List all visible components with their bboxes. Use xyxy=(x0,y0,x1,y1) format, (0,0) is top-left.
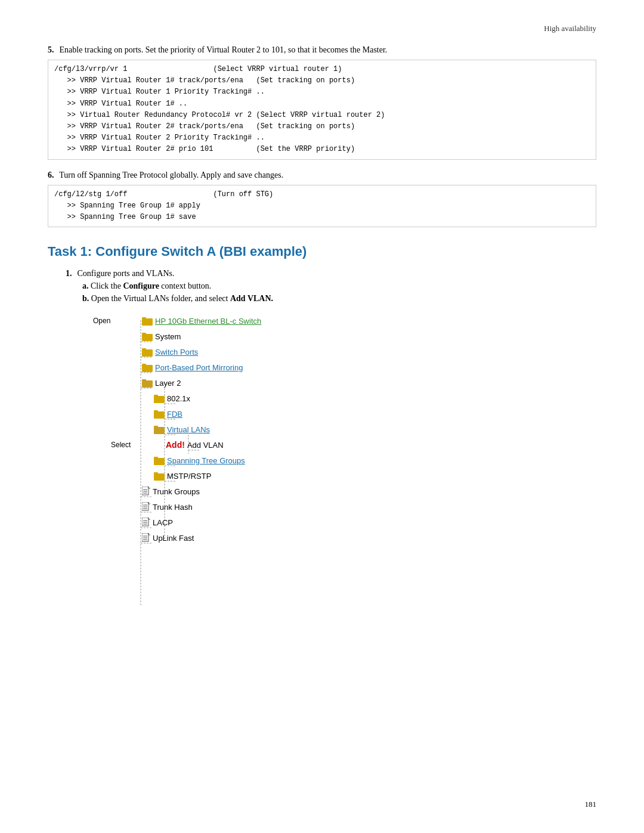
step-5-num: 5. xyxy=(48,45,57,55)
tree-add-vlan: Select Add! Add VLAN xyxy=(166,437,596,453)
svg-rect-36 xyxy=(154,472,158,475)
lacp-label: LACP xyxy=(153,518,173,527)
substep-a: a. Click the Configure context button. xyxy=(82,281,596,291)
svg-rect-20 xyxy=(142,333,146,335)
svg-rect-37 xyxy=(142,487,148,495)
step-6: 6. Turn off Spanning Tree Protocol globa… xyxy=(48,171,596,228)
svg-rect-41 xyxy=(142,502,148,510)
tree-fdb: FDB xyxy=(154,406,596,422)
header-right: High availability xyxy=(48,24,596,33)
tree-port-mirroring: Port-Based Port Mirroring xyxy=(142,360,596,375)
trunk-groups-label: Trunk Groups xyxy=(153,487,200,496)
svg-rect-32 xyxy=(154,426,158,428)
add-icon: Add! xyxy=(166,440,185,450)
step-5-code: /cfg/l3/vrrp/vr 1 (Select VRRP virtual r… xyxy=(48,60,596,160)
task1-heading: Task 1: Configure Switch A (BBI example) xyxy=(48,244,596,259)
step-5: 5. Enable tracking on ports. Set the pri… xyxy=(48,45,596,160)
substep-a-text-after: context button. xyxy=(161,281,211,290)
spanning-tree-label[interactable]: Spanning Tree Groups xyxy=(167,456,245,465)
root-folder-icon xyxy=(142,316,155,326)
task1-step1-text: 1. Configure ports and VLANs. xyxy=(66,269,596,278)
substep-b: b. Open the Virtual LANs folder, and sel… xyxy=(82,294,596,304)
port-mirroring-label[interactable]: Port-Based Port Mirroring xyxy=(155,363,243,372)
svg-rect-45 xyxy=(142,518,148,526)
tree-switch-ports: Switch Ports xyxy=(142,344,596,360)
step1-content: Configure ports and VLANs. xyxy=(78,269,175,278)
step-6-content: Turn off Spanning Tree Protocol globally… xyxy=(59,171,283,179)
step-6-num: 6. xyxy=(48,171,57,180)
substep-a-label: a. xyxy=(82,281,89,290)
tree-trunk-hash: Trunk Hash xyxy=(142,499,596,515)
step-6-text: 6. Turn off Spanning Tree Protocol globa… xyxy=(48,171,596,180)
svg-rect-30 xyxy=(154,410,158,413)
tree-content: Open HP 10Gb Ethernet BL-c Switch System xyxy=(130,313,596,546)
switch-ports-label[interactable]: Switch Ports xyxy=(155,348,198,357)
svg-rect-24 xyxy=(142,364,146,366)
trunk-hash-label: Trunk Hash xyxy=(153,503,193,512)
tree-8021x: 802.1x xyxy=(154,391,596,406)
tree-trunk-groups: Trunk Groups xyxy=(142,484,596,499)
svg-rect-28 xyxy=(154,395,158,397)
tree-virtual-lans: Virtual LANs xyxy=(154,422,596,437)
tree-root-row: Open HP 10Gb Ethernet BL-c Switch xyxy=(130,313,596,329)
substep-b-text-before: Open the Virtual LANs folder, and select xyxy=(91,294,230,303)
svg-rect-49 xyxy=(142,533,148,541)
tree-lacp: LACP xyxy=(142,515,596,530)
tree-uplink-fast: UpLink Fast xyxy=(142,530,596,546)
select-label: Select xyxy=(111,441,131,449)
system-label: System xyxy=(155,332,181,341)
substep-b-label: b. xyxy=(82,294,89,303)
fdb-label[interactable]: FDB xyxy=(167,410,182,419)
uplink-fast-label: UpLink Fast xyxy=(153,534,194,543)
step1-num: 1. xyxy=(66,269,75,278)
svg-rect-22 xyxy=(142,348,146,351)
layer2-label: Layer 2 xyxy=(155,379,181,388)
substep-b-bold: Add VLAN. xyxy=(230,294,273,303)
mstp-label: MSTP/RSTP xyxy=(167,472,211,481)
step-5-text: 5. Enable tracking on ports. Set the pri… xyxy=(48,45,596,55)
tree-diagram: Open HP 10Gb Ethernet BL-c Switch System xyxy=(89,313,596,546)
svg-rect-18 xyxy=(142,317,146,320)
tree-system: System xyxy=(142,329,596,344)
step-6-code: /cfg/l2/stg 1/off (Turn off STG) >> Span… xyxy=(48,185,596,228)
svg-rect-26 xyxy=(142,379,146,382)
page-number: 181 xyxy=(585,800,597,809)
substep-a-bold: Configure xyxy=(123,281,159,290)
task1-step1: 1. Configure ports and VLANs. a. Click t… xyxy=(66,269,596,546)
root-label[interactable]: HP 10Gb Ethernet BL-c Switch xyxy=(155,317,261,326)
step-5-content: Enable tracking on ports. Set the priori… xyxy=(60,45,388,54)
tree-layer2: Layer 2 xyxy=(142,375,596,391)
8021x-label: 802.1x xyxy=(167,394,190,403)
tree-spanning-tree: Spanning Tree Groups xyxy=(154,453,596,468)
tree-mstp: MSTP/RSTP xyxy=(154,468,596,484)
add-vlan-label: Add VLAN xyxy=(187,441,224,450)
virtual-lans-label[interactable]: Virtual LANs xyxy=(167,425,210,434)
open-label: Open xyxy=(93,317,110,325)
substep-a-text-before: Click the xyxy=(91,281,123,290)
svg-rect-34 xyxy=(154,457,158,459)
